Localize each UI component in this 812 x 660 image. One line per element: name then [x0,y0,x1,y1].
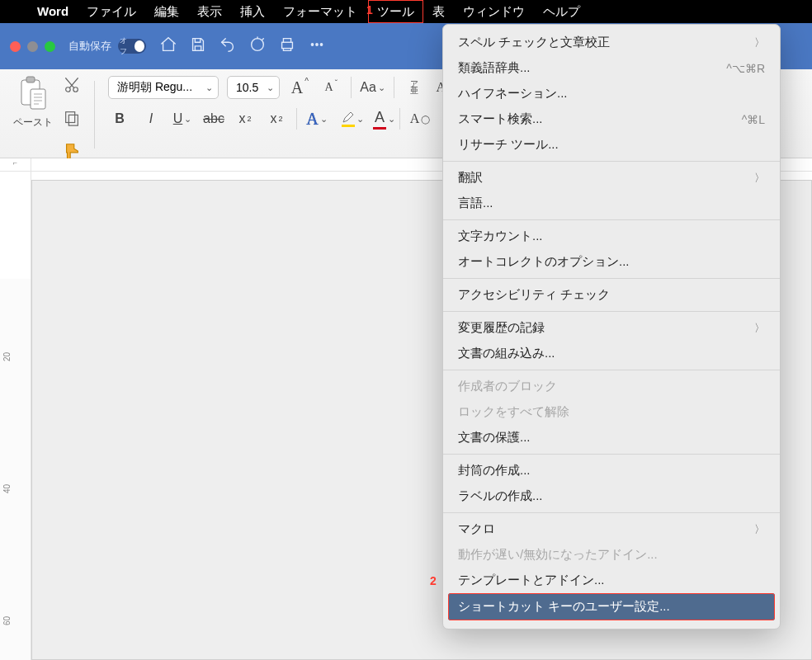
print-icon[interactable] [278,35,296,57]
tools-menu-item[interactable]: アクセシビリティ チェック [443,282,780,308]
menu-item-label: マクロ [458,521,495,537]
tools-menu: スペル チェックと文章校正〉類義語辞典...^⌥⌘Rハイフネーション...スマー… [442,24,781,629]
tools-menu-item[interactable]: 文字カウント... [443,224,780,249]
menu-item-label: オートコレクトのオプション... [458,254,630,270]
change-case-button[interactable]: Aa⌄ [360,76,385,99]
tools-menu-item[interactable]: 2テンプレートとアドイン... [443,568,780,593]
paste-button[interactable]: ペースト [13,76,53,163]
copy-icon[interactable] [63,109,81,130]
menu-item-label: アクセシビリティ チェック [458,287,610,303]
superscript-button[interactable]: x2 [265,107,288,130]
chevron-down-icon: ⌄ [267,82,274,93]
autosave-knob [135,40,144,52]
italic-button[interactable]: I [139,107,163,130]
cut-icon[interactable] [63,76,81,97]
font-family-value: 游明朝 Regu... [117,80,192,95]
home-icon[interactable] [159,35,177,57]
undo-icon[interactable] [219,35,237,57]
window-close-button[interactable] [10,41,21,52]
menu-item-label: 変更履歴の記録 [458,320,545,336]
subscript-button[interactable]: x2 [234,107,257,130]
menu-item-label: スマート検索... [458,111,543,127]
tools-menu-item[interactable]: 類義語辞典...^⌥⌘R [443,55,780,81]
menubar-insert[interactable]: 挿入 [231,0,274,23]
tools-menu-item[interactable]: オートコレクトのオプション... [443,249,780,275]
menu-item-label: 作成者のブロック [458,379,557,394]
menu-item-label: ショートカット キーのユーザー設定... [458,599,670,615]
tools-menu-item[interactable]: 封筒の作成... [443,458,780,483]
highlight-button[interactable]: ⌄ [337,107,360,130]
bold-button[interactable]: B [108,107,131,130]
menu-item-label: 翻訳 [458,170,483,186]
ruler-v-mark-40: 40 [2,484,12,493]
font-family-select[interactable]: 游明朝 Regu...⌄ [108,76,219,99]
menubar-table[interactable]: 表 [423,0,454,23]
tools-menu-item[interactable]: スペル チェックと文章校正〉 [443,30,780,55]
menubar-view[interactable]: 表示 [188,0,231,23]
paste-label: ペースト [13,116,53,130]
tools-menu-item[interactable]: ハイフネーション... [443,81,780,106]
mini-divider [394,77,394,98]
tools-menu-item[interactable]: ショートカット キーのユーザー設定... [448,593,775,620]
svg-point-4 [320,44,322,45]
svg-rect-6 [26,77,35,82]
mini-divider [351,77,352,98]
font-color-button[interactable]: A⌄ [368,107,391,130]
svg-rect-11 [68,115,78,125]
menubar-appname[interactable]: Word [28,0,78,23]
tools-menu-item[interactable]: リサーチ ツール... [443,132,780,158]
font-size-select[interactable]: 10.5⌄ [227,76,280,99]
tools-menu-item: 作成者のブロック [443,374,780,399]
repeat-icon[interactable] [248,35,267,57]
menu-item-label: 文書の組み込み... [458,346,555,361]
menu-item-label: ロックをすべて解除 [458,404,569,420]
strikethrough-button[interactable]: abc [202,107,225,130]
text-effects-button[interactable]: A⌄ [305,107,328,130]
enclose-chars-button[interactable]: A◯ [408,107,432,130]
menubar-format[interactable]: フォーマット [274,0,366,23]
menubar-file[interactable]: ファイル [78,0,145,23]
submenu-arrow-icon: 〉 [754,35,765,50]
title-toolbar-icons [159,35,326,57]
mac-menubar: Word ファイル 編集 表示 挿入 フォーマット 1 ツール 表 ウィンドウ … [0,0,812,23]
tools-menu-item[interactable]: マクロ〉 [443,516,780,542]
menubar-edit[interactable]: 編集 [145,0,188,23]
tools-menu-item[interactable]: 文書の組み込み... [443,341,780,366]
tools-menu-item: 動作が遅い/無効になったアドイン... [443,542,780,568]
menubar-help[interactable]: ヘルプ [534,0,589,23]
ruler-v-mark-20: 20 [2,352,12,361]
tools-menu-item[interactable]: 翻訳〉 [443,165,780,191]
ruby-button[interactable]: ア亜 [403,76,426,99]
menu-item-shortcut: ^⌥⌘R [726,62,765,75]
autosave-switch[interactable]: オフ [118,39,146,54]
submenu-arrow-icon: 〉 [754,321,765,336]
menu-item-label: ラベルの作成... [458,488,543,504]
tools-menu-item[interactable]: 変更履歴の記録〉 [443,315,780,341]
menubar-tools[interactable]: ツール [368,0,423,23]
window-minimize-button[interactable] [27,41,38,52]
underline-button[interactable]: U⌄ [171,107,194,130]
svg-point-2 [311,44,313,45]
tools-menu-item[interactable]: ラベルの作成... [443,483,780,509]
autosave-off-label: オフ [120,35,133,57]
menu-item-label: スペル チェックと文章校正 [458,35,610,50]
menu-item-shortcut: ^⌘L [742,113,765,126]
tools-menu-item[interactable]: 言語... [443,191,780,216]
tools-menu-item[interactable]: スマート検索...^⌘L [443,106,780,132]
grow-font-button[interactable]: A^ [288,76,311,99]
menubar-window[interactable]: ウィンドウ [454,0,534,23]
menu-item-label: 封筒の作成... [458,463,531,478]
shrink-font-button[interactable]: Aˇ [319,76,342,99]
more-icon[interactable] [308,35,326,57]
menu-item-label: 文書の保護... [458,430,531,446]
window-zoom-button[interactable] [45,41,55,52]
save-icon[interactable] [189,35,207,57]
menu-item-label: テンプレートとアドイン... [458,573,605,588]
tools-menu-item: ロックをすべて解除 [443,399,780,425]
ruler-vertical[interactable]: 20 40 60 [0,172,31,660]
tools-menu-item[interactable]: 文書の保護... [443,425,780,450]
ruler-v-mark-60: 60 [2,616,12,625]
autosave-toggle[interactable]: 自動保存 オフ [68,39,146,54]
chevron-down-icon: ⌄ [205,82,213,93]
mini-divider [296,108,297,130]
